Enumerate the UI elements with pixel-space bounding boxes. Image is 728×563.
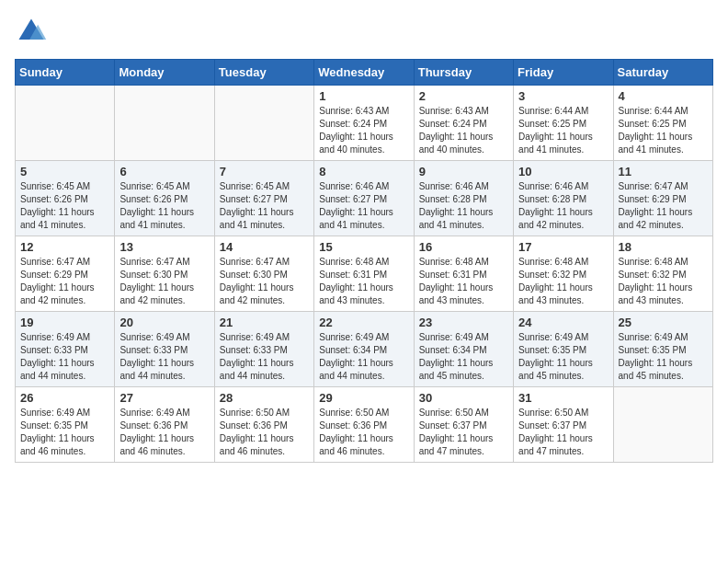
calendar-cell: 14Sunrise: 6:47 AMSunset: 6:30 PMDayligh… (214, 236, 313, 312)
calendar-cell: 6Sunrise: 6:45 AMSunset: 6:26 PMDaylight… (115, 161, 214, 236)
day-number: 3 (518, 89, 608, 103)
calendar-cell: 20Sunrise: 6:49 AMSunset: 6:33 PMDayligh… (115, 312, 214, 387)
day-number: 19 (20, 316, 109, 329)
calendar-cell: 4Sunrise: 6:44 AMSunset: 6:25 PMDaylight… (613, 86, 712, 161)
calendar-cell: 10Sunrise: 6:46 AMSunset: 6:28 PMDayligh… (514, 161, 613, 236)
calendar-week-5: 26Sunrise: 6:49 AMSunset: 6:35 PMDayligh… (16, 387, 713, 463)
day-header-wednesday: Wednesday (314, 60, 414, 86)
calendar-cell: 18Sunrise: 6:48 AMSunset: 6:32 PMDayligh… (613, 236, 712, 312)
calendar-cell: 16Sunrise: 6:48 AMSunset: 6:31 PMDayligh… (414, 236, 513, 312)
day-number: 28 (220, 391, 309, 405)
day-number: 13 (119, 240, 209, 254)
calendar-cell: 5Sunrise: 6:45 AMSunset: 6:26 PMDaylight… (16, 161, 115, 236)
day-info: Sunrise: 6:46 AMSunset: 6:28 PMDaylight:… (419, 180, 508, 232)
day-number: 25 (619, 316, 708, 329)
day-number: 30 (419, 391, 508, 405)
day-number: 31 (518, 391, 608, 405)
day-info: Sunrise: 6:44 AMSunset: 6:25 PMDaylight:… (619, 105, 708, 156)
calendar-cell: 11Sunrise: 6:47 AMSunset: 6:29 PMDayligh… (613, 161, 712, 236)
calendar-week-4: 19Sunrise: 6:49 AMSunset: 6:33 PMDayligh… (16, 312, 713, 387)
calendar-cell (115, 86, 214, 161)
day-number: 16 (419, 240, 508, 254)
day-number: 6 (119, 165, 209, 178)
day-header-friday: Friday (514, 60, 613, 86)
day-number: 22 (319, 316, 408, 329)
calendar-week-1: 1Sunrise: 6:43 AMSunset: 6:24 PMDaylight… (16, 86, 713, 161)
day-number: 11 (619, 165, 708, 178)
calendar-cell: 2Sunrise: 6:43 AMSunset: 6:24 PMDaylight… (414, 86, 513, 161)
day-number: 17 (518, 240, 608, 254)
day-info: Sunrise: 6:48 AMSunset: 6:31 PMDaylight:… (319, 256, 408, 307)
day-info: Sunrise: 6:47 AMSunset: 6:29 PMDaylight:… (619, 180, 708, 232)
day-info: Sunrise: 6:46 AMSunset: 6:27 PMDaylight:… (319, 180, 408, 232)
day-number: 18 (619, 240, 708, 254)
day-info: Sunrise: 6:48 AMSunset: 6:32 PMDaylight:… (619, 256, 708, 307)
day-number: 27 (119, 391, 209, 405)
calendar-cell (16, 86, 115, 161)
day-info: Sunrise: 6:46 AMSunset: 6:28 PMDaylight:… (518, 180, 608, 232)
day-number: 8 (319, 165, 408, 178)
logo (15, 15, 51, 48)
calendar-cell: 9Sunrise: 6:46 AMSunset: 6:28 PMDaylight… (414, 161, 513, 236)
calendar-header-row: SundayMondayTuesdayWednesdayThursdayFrid… (16, 60, 713, 86)
calendar-cell: 12Sunrise: 6:47 AMSunset: 6:29 PMDayligh… (16, 236, 115, 312)
calendar-cell (214, 86, 313, 161)
day-number: 23 (419, 316, 508, 329)
calendar-cell (613, 387, 712, 463)
day-number: 12 (20, 240, 109, 254)
calendar-week-2: 5Sunrise: 6:45 AMSunset: 6:26 PMDaylight… (16, 161, 713, 236)
day-info: Sunrise: 6:49 AMSunset: 6:35 PMDaylight:… (518, 331, 608, 383)
day-info: Sunrise: 6:49 AMSunset: 6:33 PMDaylight:… (20, 331, 109, 383)
day-info: Sunrise: 6:50 AMSunset: 6:36 PMDaylight:… (319, 407, 408, 458)
calendar-cell: 31Sunrise: 6:50 AMSunset: 6:37 PMDayligh… (514, 387, 613, 463)
calendar-cell: 24Sunrise: 6:49 AMSunset: 6:35 PMDayligh… (514, 312, 613, 387)
day-number: 10 (518, 165, 608, 178)
calendar-cell: 30Sunrise: 6:50 AMSunset: 6:37 PMDayligh… (414, 387, 513, 463)
calendar-cell: 28Sunrise: 6:50 AMSunset: 6:36 PMDayligh… (214, 387, 313, 463)
calendar-cell: 22Sunrise: 6:49 AMSunset: 6:34 PMDayligh… (314, 312, 414, 387)
day-number: 29 (319, 391, 408, 405)
calendar-cell: 3Sunrise: 6:44 AMSunset: 6:25 PMDaylight… (514, 86, 613, 161)
day-number: 14 (220, 240, 309, 254)
calendar-cell: 13Sunrise: 6:47 AMSunset: 6:30 PMDayligh… (115, 236, 214, 312)
day-info: Sunrise: 6:49 AMSunset: 6:34 PMDaylight:… (419, 331, 508, 383)
day-info: Sunrise: 6:49 AMSunset: 6:35 PMDaylight:… (619, 331, 708, 383)
calendar-cell: 26Sunrise: 6:49 AMSunset: 6:35 PMDayligh… (16, 387, 115, 463)
day-info: Sunrise: 6:47 AMSunset: 6:30 PMDaylight:… (220, 256, 309, 307)
day-number: 26 (20, 391, 109, 405)
day-info: Sunrise: 6:50 AMSunset: 6:37 PMDaylight:… (419, 407, 508, 458)
calendar-cell: 21Sunrise: 6:49 AMSunset: 6:33 PMDayligh… (214, 312, 313, 387)
day-header-saturday: Saturday (613, 60, 712, 86)
day-info: Sunrise: 6:49 AMSunset: 6:34 PMDaylight:… (319, 331, 408, 383)
day-header-monday: Monday (115, 60, 214, 86)
day-number: 1 (319, 89, 408, 103)
day-info: Sunrise: 6:48 AMSunset: 6:31 PMDaylight:… (419, 256, 508, 307)
day-number: 24 (518, 316, 608, 329)
day-number: 20 (119, 316, 209, 329)
calendar-cell: 17Sunrise: 6:48 AMSunset: 6:32 PMDayligh… (514, 236, 613, 312)
day-number: 21 (220, 316, 309, 329)
calendar-cell: 7Sunrise: 6:45 AMSunset: 6:27 PMDaylight… (214, 161, 313, 236)
day-info: Sunrise: 6:45 AMSunset: 6:27 PMDaylight:… (220, 180, 309, 232)
day-number: 4 (619, 89, 708, 103)
day-info: Sunrise: 6:44 AMSunset: 6:25 PMDaylight:… (518, 105, 608, 156)
calendar-cell: 27Sunrise: 6:49 AMSunset: 6:36 PMDayligh… (115, 387, 214, 463)
day-info: Sunrise: 6:49 AMSunset: 6:33 PMDaylight:… (119, 331, 209, 383)
calendar-cell: 23Sunrise: 6:49 AMSunset: 6:34 PMDayligh… (414, 312, 513, 387)
calendar-cell: 19Sunrise: 6:49 AMSunset: 6:33 PMDayligh… (16, 312, 115, 387)
calendar-cell: 29Sunrise: 6:50 AMSunset: 6:36 PMDayligh… (314, 387, 414, 463)
day-info: Sunrise: 6:45 AMSunset: 6:26 PMDaylight:… (119, 180, 209, 232)
day-info: Sunrise: 6:49 AMSunset: 6:36 PMDaylight:… (119, 407, 209, 458)
page-header (15, 15, 713, 48)
calendar-week-3: 12Sunrise: 6:47 AMSunset: 6:29 PMDayligh… (16, 236, 713, 312)
day-info: Sunrise: 6:50 AMSunset: 6:37 PMDaylight:… (518, 407, 608, 458)
day-info: Sunrise: 6:43 AMSunset: 6:24 PMDaylight:… (319, 105, 408, 156)
calendar-cell: 15Sunrise: 6:48 AMSunset: 6:31 PMDayligh… (314, 236, 414, 312)
day-info: Sunrise: 6:45 AMSunset: 6:26 PMDaylight:… (20, 180, 109, 232)
calendar-cell: 8Sunrise: 6:46 AMSunset: 6:27 PMDaylight… (314, 161, 414, 236)
day-number: 15 (319, 240, 408, 254)
day-info: Sunrise: 6:50 AMSunset: 6:36 PMDaylight:… (220, 407, 309, 458)
day-info: Sunrise: 6:47 AMSunset: 6:29 PMDaylight:… (20, 256, 109, 307)
calendar-cell: 25Sunrise: 6:49 AMSunset: 6:35 PMDayligh… (613, 312, 712, 387)
day-info: Sunrise: 6:47 AMSunset: 6:30 PMDaylight:… (119, 256, 209, 307)
